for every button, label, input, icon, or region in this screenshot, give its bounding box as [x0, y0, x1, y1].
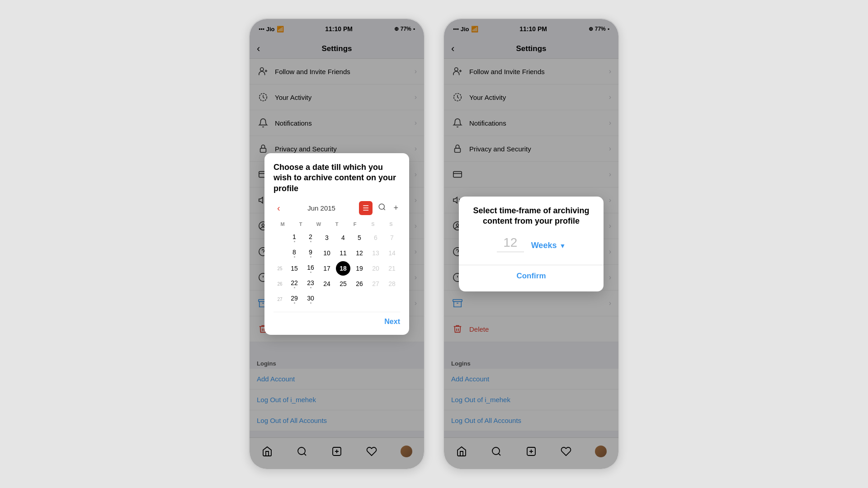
cal-day-17[interactable]: 17: [319, 262, 335, 275]
cal-toolbar: ☰ +: [359, 201, 400, 215]
calendar-nav: ‹ Jun 2015 ☰ +: [274, 201, 400, 215]
timeframe-modal: Select time-frame of archiving content f…: [459, 197, 604, 292]
calendar-modal-title: Choose a date till which you wish to arc…: [274, 162, 400, 194]
timeframe-row: 12 Weeks ▼: [468, 235, 594, 256]
calendar-modal-footer: Next: [274, 312, 400, 326]
modal-overlay-right: Select time-frame of archiving content f…: [444, 19, 618, 469]
cal-day-9[interactable]: 9: [302, 246, 319, 260]
cal-day-26[interactable]: 26: [351, 277, 368, 290]
cal-day-20[interactable]: 20: [368, 262, 384, 275]
timeframe-modal-title: Select time-frame of archiving content f…: [468, 206, 594, 227]
timeframe-unit-selector[interactable]: Weeks ▼: [531, 241, 566, 252]
dow-f: F: [346, 220, 364, 229]
modal-overlay-left: Choose a date till which you wish to arc…: [250, 19, 424, 469]
cal-day-24[interactable]: 24: [319, 277, 335, 290]
dow-m: M: [274, 220, 292, 229]
cal-day-14[interactable]: 14: [384, 247, 400, 259]
cal-day-5[interactable]: 5: [351, 231, 368, 244]
phone-right: ▪▪▪ Jio 📶 11:10 PM ⊕ 77% ▪ ‹ Settings Fo…: [443, 18, 619, 470]
cal-day-16[interactable]: 16: [302, 261, 319, 276]
cal-day-empty1: [319, 296, 335, 302]
timeframe-unit-label: Weeks: [531, 241, 557, 250]
cal-day-empty4: [368, 296, 384, 302]
calendar-modal: Choose a date till which you wish to arc…: [264, 153, 409, 335]
cal-day-11[interactable]: 11: [335, 247, 351, 259]
calendar-grid: M T W T F S S 1 2 3 4 5 6 7: [274, 220, 400, 306]
cal-search-button[interactable]: [376, 201, 388, 215]
dow-s1: S: [364, 220, 382, 229]
cal-day-empty5: [384, 296, 400, 302]
dow-t1: T: [292, 220, 310, 229]
cal-week-4: 26 22 23 24 25 26 27 28: [274, 277, 400, 291]
cal-day-12[interactable]: 12: [351, 247, 368, 259]
dropdown-arrow-icon: ▼: [559, 242, 566, 249]
week-num-25: 25: [274, 266, 286, 271]
week-num-27: 27: [274, 297, 286, 302]
cal-day-19[interactable]: 19: [351, 262, 368, 275]
cal-day-28[interactable]: 28: [384, 277, 400, 290]
cal-day-empty3: [351, 296, 368, 302]
cal-week-1: 1 2 3 4 5 6 7: [274, 230, 400, 245]
timeframe-number[interactable]: 12: [497, 235, 524, 252]
dow-t2: T: [328, 220, 346, 229]
days-of-week-row: M T W T F S S: [274, 220, 400, 229]
cal-day-7[interactable]: 7: [384, 231, 400, 244]
cal-week-3: 25 15 16 17 18 19 20 21: [274, 261, 400, 276]
cal-day-10[interactable]: 10: [319, 247, 335, 259]
cal-prev-button[interactable]: ‹: [274, 201, 284, 215]
dow-s2: S: [382, 220, 400, 229]
svg-point-22: [379, 204, 385, 209]
cal-day-8[interactable]: 8: [286, 246, 302, 260]
next-button[interactable]: Next: [384, 318, 400, 326]
cal-day-1[interactable]: 1: [286, 230, 302, 245]
cal-week-2: 8 9 10 11 12 13 14: [274, 246, 400, 260]
cal-day-3[interactable]: 3: [319, 231, 335, 244]
cal-day-23[interactable]: 23: [302, 277, 319, 291]
cal-day-21[interactable]: 21: [384, 262, 400, 275]
cal-day-15[interactable]: 15: [286, 262, 302, 275]
svg-line-23: [384, 209, 385, 210]
cal-day-22[interactable]: 22: [286, 277, 302, 291]
week-num-26: 26: [274, 282, 286, 286]
cal-day-13[interactable]: 13: [368, 247, 384, 259]
cal-day-29[interactable]: 29: [286, 292, 302, 306]
cal-day-27[interactable]: 27: [368, 277, 384, 290]
cal-day-30[interactable]: 30: [302, 292, 319, 306]
phone-left: ▪▪▪ Jio 📶 11:10 PM ⊕ 77% ▪ ‹ Settings Fo…: [249, 18, 425, 470]
cal-month-year: Jun 2015: [307, 204, 335, 212]
cal-list-view-button[interactable]: ☰: [359, 201, 373, 215]
cal-day-2[interactable]: 2: [302, 230, 319, 245]
dow-w: W: [310, 220, 328, 229]
cal-day-4[interactable]: 4: [335, 231, 351, 244]
cal-day-empty2: [335, 296, 351, 302]
cal-week-5: 27 29 30: [274, 292, 400, 306]
cal-day-6[interactable]: 6: [368, 231, 384, 244]
cal-day-18[interactable]: 18: [336, 261, 350, 276]
cal-add-button[interactable]: +: [392, 202, 400, 215]
confirm-button[interactable]: Confirm: [468, 265, 594, 282]
cal-day-25[interactable]: 25: [335, 277, 351, 290]
